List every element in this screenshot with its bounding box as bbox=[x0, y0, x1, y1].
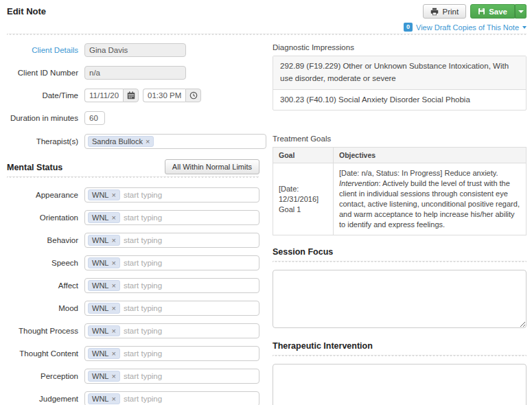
wnl-tag-label: WNL bbox=[92, 303, 108, 314]
all-within-normal-limits-button[interactable]: All Within Normal Limits bbox=[165, 159, 259, 174]
diagnostic-impressions-label: Diagnostic Impressions bbox=[273, 43, 527, 51]
perception-input[interactable] bbox=[124, 372, 256, 380]
orientation-input[interactable] bbox=[124, 213, 256, 222]
therapists-input[interactable] bbox=[157, 137, 263, 146]
thought-content-row: Thought Content WNL× bbox=[7, 346, 259, 361]
wnl-tag: WNL× bbox=[88, 348, 120, 359]
remove-tag-icon[interactable]: × bbox=[146, 137, 150, 147]
diagnosis-item: 300.23 (F40.10) Social Anxiety Disorder … bbox=[273, 89, 526, 111]
caret-down-icon bbox=[522, 26, 527, 29]
perception-row: Perception WNL× bbox=[7, 369, 259, 384]
wnl-tag-label: WNL bbox=[92, 213, 108, 223]
wnl-tag-label: WNL bbox=[92, 258, 108, 268]
affect-field[interactable]: WNL× bbox=[84, 278, 259, 293]
remove-tag-icon[interactable]: × bbox=[111, 281, 115, 291]
wnl-tag: WNL× bbox=[88, 280, 120, 291]
thought-process-field[interactable]: WNL× bbox=[84, 323, 259, 338]
therapists-row: Therapist(s) Sandra Bullock × bbox=[7, 134, 259, 149]
client-details-row: Client Details bbox=[7, 43, 259, 57]
behavior-input[interactable] bbox=[124, 236, 256, 244]
treatment-goals-section: Treatment Goals Goal Objectives [Date: 1… bbox=[273, 135, 527, 235]
therapeutic-intervention-section: Therapeutic Intervention bbox=[273, 341, 527, 405]
wnl-tag: WNL× bbox=[88, 235, 120, 246]
remove-tag-icon[interactable]: × bbox=[111, 235, 115, 246]
affect-row: Affect WNL× bbox=[7, 278, 259, 293]
behavior-label: Behavior bbox=[7, 236, 78, 244]
orientation-field[interactable]: WNL× bbox=[84, 210, 259, 225]
thought-content-label: Thought Content bbox=[7, 349, 78, 358]
therapeutic-intervention-title: Therapeutic Intervention bbox=[273, 341, 527, 351]
mental-status-header: Mental Status All Within Normal Limits bbox=[7, 159, 259, 174]
therapist-tag: Sandra Bullock × bbox=[88, 136, 154, 147]
duration-label: Duration in minutes bbox=[7, 114, 78, 122]
appearance-field[interactable]: WNL× bbox=[84, 187, 259, 202]
treatment-goals-table: Goal Objectives [Date: 12/31/2016] Goal … bbox=[273, 147, 527, 235]
time-input[interactable] bbox=[143, 89, 185, 102]
speech-field[interactable]: WNL× bbox=[84, 255, 259, 270]
duration-row: Duration in minutes bbox=[7, 111, 259, 125]
save-split-button: Save bbox=[470, 4, 527, 19]
client-details-link[interactable]: Client Details bbox=[7, 46, 78, 54]
duration-input[interactable] bbox=[84, 111, 105, 125]
orientation-label: Orientation bbox=[7, 213, 78, 222]
judgement-input[interactable] bbox=[124, 395, 256, 403]
remove-tag-icon[interactable]: × bbox=[111, 349, 115, 359]
client-id-input bbox=[84, 66, 186, 80]
speech-row: Speech WNL× bbox=[7, 255, 259, 270]
wnl-tag-label: WNL bbox=[92, 394, 108, 404]
thought-process-input[interactable] bbox=[124, 327, 256, 335]
view-drafts-link[interactable]: 0 View Draft Copies of This Note bbox=[404, 23, 527, 32]
top-toolbar: Edit Note Print bbox=[7, 4, 527, 19]
wnl-tag: WNL× bbox=[88, 325, 120, 336]
remove-tag-icon[interactable]: × bbox=[111, 213, 115, 223]
affect-input[interactable] bbox=[124, 281, 256, 290]
judgement-label: Judgement bbox=[7, 395, 78, 403]
thought-content-field[interactable]: WNL× bbox=[84, 346, 259, 361]
objective-intervention: Intervention: Actively build the level o… bbox=[339, 178, 520, 230]
print-button[interactable]: Print bbox=[423, 4, 466, 19]
appearance-input[interactable] bbox=[124, 191, 256, 199]
behavior-row: Behavior WNL× bbox=[7, 233, 259, 248]
session-focus-textarea[interactable] bbox=[273, 270, 527, 328]
clock-button[interactable] bbox=[185, 89, 201, 102]
note-details-column: Client Details Client ID Number Date/Tim… bbox=[7, 43, 259, 405]
wnl-tag: WNL× bbox=[88, 257, 120, 268]
wnl-tag-label: WNL bbox=[92, 371, 108, 382]
edit-note-page: Edit Note Print bbox=[0, 0, 532, 405]
save-button[interactable]: Save bbox=[470, 4, 515, 19]
remove-tag-icon[interactable]: × bbox=[111, 371, 115, 382]
divider bbox=[273, 355, 527, 358]
draft-link-row: 0 View Draft Copies of This Note bbox=[7, 22, 527, 32]
client-id-row: Client ID Number bbox=[7, 66, 259, 80]
diagnostic-impressions-panel: 292.89 (F19.229) Other or Unknown Substa… bbox=[273, 56, 527, 111]
divider bbox=[273, 261, 527, 264]
behavior-field[interactable]: WNL× bbox=[84, 233, 259, 248]
wnl-tag-label: WNL bbox=[92, 190, 108, 200]
intervention-label: Intervention bbox=[339, 179, 378, 187]
mood-input[interactable] bbox=[124, 304, 256, 312]
remove-tag-icon[interactable]: × bbox=[111, 258, 115, 268]
speech-input[interactable] bbox=[124, 259, 256, 267]
calendar-button[interactable] bbox=[123, 89, 139, 102]
remove-tag-icon[interactable]: × bbox=[111, 190, 115, 200]
orientation-row: Orientation WNL× bbox=[7, 210, 259, 225]
wnl-tag-label: WNL bbox=[92, 326, 108, 336]
divider bbox=[7, 176, 259, 179]
save-dropdown-toggle[interactable] bbox=[515, 4, 527, 19]
remove-tag-icon[interactable]: × bbox=[111, 326, 115, 336]
thought-content-input[interactable] bbox=[124, 349, 256, 358]
therapeutic-intervention-textarea[interactable] bbox=[273, 364, 527, 405]
mood-field[interactable]: WNL× bbox=[84, 301, 259, 316]
draft-count-badge: 0 bbox=[404, 23, 413, 32]
remove-tag-icon[interactable]: × bbox=[111, 303, 115, 314]
date-input[interactable] bbox=[84, 89, 123, 102]
remove-tag-icon[interactable]: × bbox=[111, 394, 115, 404]
printer-icon bbox=[430, 8, 439, 16]
therapists-field[interactable]: Sandra Bullock × bbox=[84, 134, 266, 149]
therapist-tag-label: Sandra Bullock bbox=[92, 137, 143, 147]
judgement-row: Judgement WNL× bbox=[7, 391, 259, 405]
session-focus-section: Session Focus bbox=[273, 247, 527, 329]
judgement-field[interactable]: WNL× bbox=[84, 391, 259, 405]
client-details-input bbox=[84, 43, 186, 57]
perception-field[interactable]: WNL× bbox=[84, 369, 259, 384]
